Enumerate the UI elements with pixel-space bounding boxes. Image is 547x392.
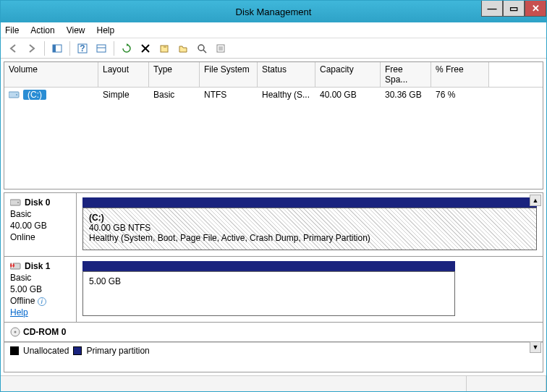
open-button[interactable] <box>175 41 191 56</box>
show-hide-console-tree-button[interactable] <box>49 41 65 56</box>
partition-box[interactable]: (C:) 40.00 GB NTFS Healthy (System, Boot… <box>82 208 537 250</box>
action-list-button[interactable] <box>213 41 229 56</box>
disk-state: Offline <box>10 296 35 306</box>
disk-error-icon: ! <box>10 262 22 270</box>
col-free-space[interactable]: Free Spa... <box>381 62 431 87</box>
status-segment <box>467 376 546 391</box>
close-button[interactable]: ✕ <box>525 1 546 17</box>
forward-button[interactable] <box>24 41 40 56</box>
cell-status: Healthy (S... <box>258 88 315 102</box>
disk-row[interactable]: Disk 0 Basic 40.00 GB Online (C:) 40.00 … <box>4 193 543 257</box>
back-button[interactable] <box>5 41 21 56</box>
svg-rect-1 <box>53 45 56 52</box>
partition-size: 40.00 GB NTFS <box>89 223 530 233</box>
col-type[interactable]: Type <box>149 62 200 87</box>
svg-text:?: ? <box>80 43 85 54</box>
svg-rect-4 <box>97 45 106 52</box>
scroll-up-button[interactable]: ▲ <box>530 195 541 206</box>
col-pct-free[interactable]: % Free <box>431 62 489 87</box>
refresh-button[interactable] <box>119 41 135 56</box>
disk-map: 5.00 GB <box>77 257 543 322</box>
help-link[interactable]: Help <box>10 307 70 318</box>
disk-info: ! Disk 1 Basic 5.00 GB Offline i Help <box>4 257 77 322</box>
cell-free: 30.36 GB <box>381 88 431 102</box>
volume-name: (C:) <box>23 90 46 100</box>
partition-label: (C:) <box>89 213 530 223</box>
menu-view[interactable]: View <box>67 25 85 35</box>
disk-row[interactable]: ! Disk 1 Basic 5.00 GB Offline i Help 5.… <box>4 257 543 323</box>
menu-file[interactable]: File <box>5 25 19 35</box>
settings-button[interactable] <box>93 41 109 56</box>
svg-point-17 <box>16 94 17 95</box>
maximize-button[interactable]: ▭ <box>503 1 525 17</box>
disk-name: Disk 0 <box>25 197 50 208</box>
disk-icon <box>10 198 22 207</box>
partition-box[interactable]: 5.00 GB <box>82 271 455 316</box>
disk-state: Online <box>10 232 70 242</box>
legend: Unallocated Primary partition <box>4 342 543 359</box>
disk-size: 5.00 GB <box>10 284 70 294</box>
disk-size: 40.00 GB <box>10 221 70 231</box>
svg-rect-8 <box>161 46 168 52</box>
legend-label-unallocated: Unallocated <box>23 346 69 356</box>
svg-text:!: ! <box>11 262 14 270</box>
menubar: File Action View Help <box>1 22 546 38</box>
info-icon[interactable]: i <box>38 297 46 306</box>
disk-name: Disk 1 <box>25 261 50 271</box>
volume-row[interactable]: (C:) Simple Basic NTFS Healthy (S... 40.… <box>4 88 543 102</box>
toolbar: ? <box>1 38 546 59</box>
legend-label-primary: Primary partition <box>86 346 149 356</box>
scroll-down-button[interactable]: ▼ <box>530 341 541 353</box>
col-volume[interactable]: Volume <box>4 62 98 87</box>
window-controls: — ▭ ✕ <box>481 1 546 17</box>
cell-capacity: 40.00 GB <box>315 88 381 102</box>
window-title: Disk Management <box>1 7 546 17</box>
cdrom-icon <box>10 327 20 337</box>
col-capacity[interactable]: Capacity <box>315 62 381 87</box>
partition-size: 5.00 GB <box>89 276 449 286</box>
col-layout[interactable]: Layout <box>98 62 149 87</box>
cell-pct: 76 % <box>431 88 489 102</box>
disk-name: CD-ROM 0 <box>23 327 66 337</box>
disk-row[interactable]: CD-ROM 0 <box>4 323 543 342</box>
disk-type: Basic <box>10 273 70 283</box>
help-button[interactable]: ? <box>75 41 90 56</box>
disk-type: Basic <box>10 209 70 219</box>
legend-swatch-unallocated <box>10 346 19 355</box>
statusbar <box>1 375 546 391</box>
menu-help[interactable]: Help <box>97 25 115 35</box>
partition-header-band <box>82 197 537 208</box>
cell-fs: NTFS <box>200 88 258 102</box>
svg-point-10 <box>198 45 204 51</box>
svg-point-24 <box>14 331 17 333</box>
properties-button[interactable] <box>156 41 172 56</box>
volume-list-header: Volume Layout Type File System Status Ca… <box>4 62 543 88</box>
rescan-disks-button[interactable] <box>194 41 210 56</box>
cell-type: Basic <box>149 88 200 102</box>
partition-status: Healthy (System, Boot, Page File, Active… <box>89 233 530 243</box>
partition-header-band <box>82 261 455 271</box>
svg-line-11 <box>203 50 206 53</box>
col-status[interactable]: Status <box>258 62 315 87</box>
volume-icon <box>9 90 20 99</box>
menu-action[interactable]: Action <box>30 25 54 35</box>
disk-graphical-pane: ▲ Disk 0 Basic 40.00 GB Online (C:) 40.0… <box>4 192 543 372</box>
disk-map: (C:) 40.00 GB NTFS Healthy (System, Boot… <box>77 193 543 256</box>
cell-layout: Simple <box>98 88 149 102</box>
disk-info: Disk 0 Basic 40.00 GB Online <box>4 193 77 256</box>
minimize-button[interactable]: — <box>481 1 503 17</box>
svg-point-19 <box>17 202 19 203</box>
col-filesystem[interactable]: File System <box>200 62 258 87</box>
disk-info: CD-ROM 0 <box>4 323 77 341</box>
legend-swatch-primary <box>73 346 82 355</box>
status-segment <box>1 376 467 391</box>
delete-button[interactable] <box>137 41 153 56</box>
titlebar: Disk Management — ▭ ✕ <box>1 1 546 22</box>
volume-rows: (C:) Simple Basic NTFS Healthy (S... 40.… <box>4 88 543 189</box>
volume-list: Volume Layout Type File System Status Ca… <box>4 61 543 189</box>
